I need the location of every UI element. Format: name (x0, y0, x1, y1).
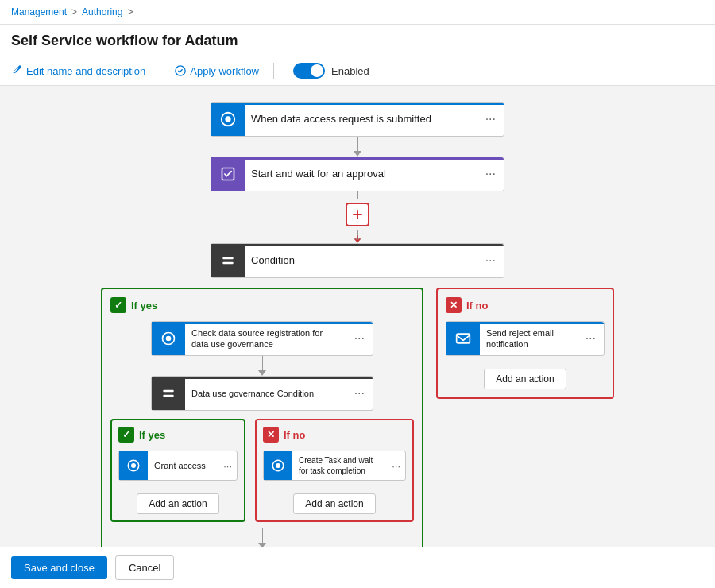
inner-ifyes-branch: ✓ If yes Grant access ··· (110, 419, 245, 522)
apply-workflow-label: Apply workflow (190, 65, 259, 77)
check-datasource-label: Check data source registration for data … (185, 327, 346, 350)
grant-icon (119, 451, 148, 480)
grant-menu[interactable]: ··· (218, 460, 237, 472)
ifyes-outer-label: If yes (131, 300, 157, 311)
governance-icon (152, 377, 185, 410)
enabled-toggle[interactable] (293, 63, 325, 79)
svg-rect-15 (457, 334, 470, 343)
step-when-submitted: When data access request is submitted ··… (211, 102, 504, 137)
step-condition: Condition ··· (211, 243, 504, 278)
edit-name-button[interactable]: Edit name and description (11, 65, 145, 77)
apply-workflow-button[interactable]: Apply workflow (175, 65, 259, 77)
step1-icon (211, 103, 245, 136)
step-approval: Start and wait for an approval ··· (211, 157, 504, 191)
sub-branches: ✓ If yes Grant access ··· (110, 419, 414, 522)
footer: Save and close Cancel (0, 547, 715, 588)
governance-condition-menu[interactable]: ··· (346, 386, 373, 400)
condition-label: Condition (245, 254, 477, 268)
workflow-canvas: When data access request is submitted ··… (0, 86, 715, 547)
reject-icon (446, 322, 480, 355)
condition-icon (211, 244, 245, 277)
step2-icon (211, 157, 245, 191)
arrow3 (258, 356, 266, 376)
svg-point-7 (166, 336, 172, 342)
grant-label: Grant access (148, 460, 218, 471)
step1-label: When data access request is submitted (245, 113, 477, 126)
step2-menu[interactable]: ··· (477, 167, 504, 181)
cancel-button[interactable]: Cancel (115, 555, 174, 580)
arrow2 (346, 191, 369, 243)
save-and-close-button[interactable]: Save and close (11, 556, 107, 579)
add-action-outer-no[interactable]: Add an action (484, 369, 566, 389)
reject-label: Send reject email notification (480, 327, 578, 350)
svg-point-11 (131, 463, 136, 468)
svg-point-13 (276, 463, 280, 468)
main-flow: When data access request is submitted ··… (16, 102, 699, 547)
breadcrumb: Management > Authoring > (0, 0, 715, 25)
step-create-task: Create Task and wait for task completion… (263, 451, 406, 481)
inner-ifyes-label: If yes (139, 429, 165, 441)
edit-name-label: Edit name and description (26, 65, 145, 77)
svg-point-2 (225, 116, 230, 122)
add-step-button[interactable] (346, 203, 369, 226)
toolbar-divider (160, 63, 160, 79)
create-task-icon (264, 451, 292, 480)
step1-menu[interactable]: ··· (477, 112, 504, 126)
enabled-toggle-wrap: Enabled (293, 63, 369, 79)
outer-ifyes-branch: ✓ If yes Check data source registration … (101, 288, 423, 547)
toolbar-divider2 (273, 63, 274, 79)
toolbar: Edit name and description Apply workflow… (0, 56, 715, 86)
step2-label: Start and wait for an approval (245, 168, 477, 181)
governance-condition-label: Data use governance Condition (185, 388, 346, 399)
ifyes-check-icon: ✓ (110, 297, 126, 313)
toggle-label: Enabled (331, 65, 369, 77)
svg-rect-8 (163, 390, 173, 393)
breadcrumb-management[interactable]: Management (11, 6, 67, 17)
condition-menu[interactable]: ··· (477, 253, 504, 268)
arrow1 (354, 137, 361, 157)
inner-ifno-icon: ✕ (263, 427, 279, 443)
step-governance-condition: Data use governance Condition ··· (151, 376, 373, 411)
inner-ifno-label: If no (284, 429, 305, 441)
create-task-menu[interactable]: ··· (387, 460, 405, 472)
branches-row: ✓ If yes Check data source registration … (16, 288, 699, 547)
svg-rect-4 (222, 257, 233, 260)
inner-ifno-branch: ✕ If no Create Task and wait for task co… (255, 419, 414, 522)
arrow4 (258, 528, 266, 547)
add-action-inner-no[interactable]: Add an action (293, 493, 375, 514)
breadcrumb-authoring[interactable]: Authoring (82, 6, 122, 17)
svg-rect-9 (163, 395, 173, 397)
check-datasource-menu[interactable]: ··· (346, 331, 373, 346)
page-title: Self Service workflow for Adatum (0, 25, 715, 56)
step-grant-access: Grant access ··· (118, 451, 238, 481)
ifno-x-icon: ✕ (446, 297, 462, 313)
svg-rect-5 (222, 262, 233, 265)
step-check-datasource: Check data source registration for data … (151, 321, 373, 356)
add-action-inner-yes[interactable]: Add an action (137, 493, 218, 514)
outer-ifno-branch: ✕ If no Send reject email notification ·… (436, 288, 614, 399)
create-task-label: Create Task and wait for task completion (292, 455, 387, 476)
ifno-outer-label: If no (466, 300, 488, 311)
step-reject: Send reject email notification ··· (446, 321, 605, 356)
reject-menu[interactable]: ··· (578, 331, 604, 346)
inner-ifyes-icon: ✓ (118, 427, 134, 443)
check-icon-step (152, 322, 185, 355)
